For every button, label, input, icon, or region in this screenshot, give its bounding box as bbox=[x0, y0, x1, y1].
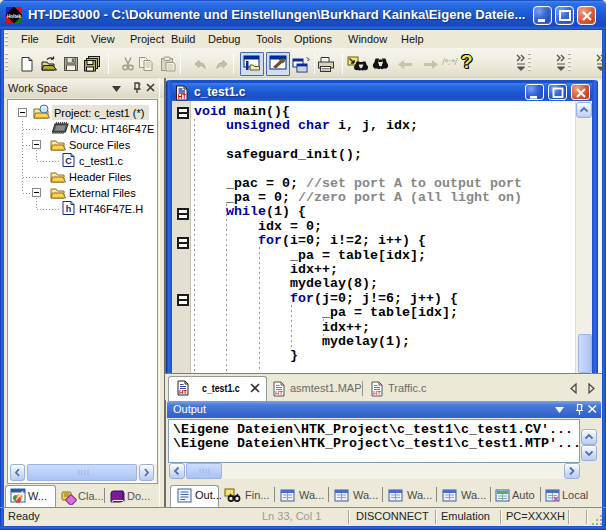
svg-text:HT: HT bbox=[178, 93, 187, 100]
svg-text:HT: HT bbox=[275, 390, 283, 396]
svg-text:HT: HT bbox=[373, 390, 381, 396]
svg-text:HT: HT bbox=[179, 389, 187, 395]
svg-text:Holtek: Holtek bbox=[7, 13, 22, 19]
svg-text:C: C bbox=[65, 156, 72, 166]
svg-text:h: h bbox=[66, 204, 72, 214]
